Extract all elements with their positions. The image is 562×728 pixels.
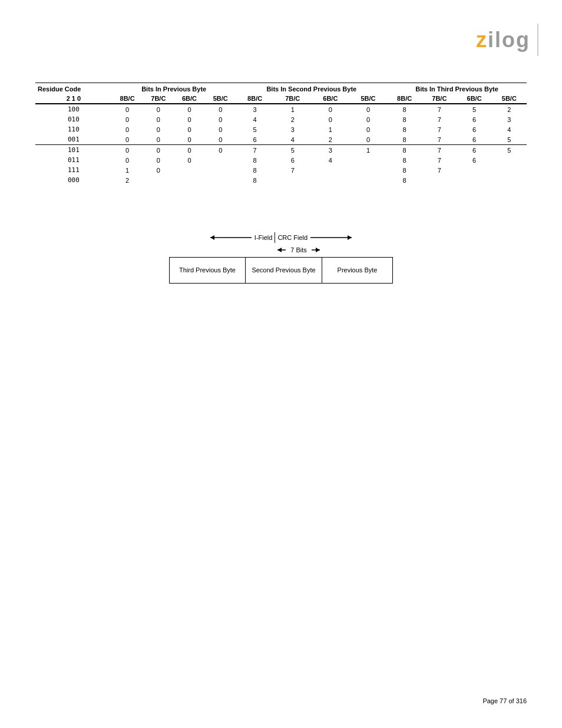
data-cell: 0 [174, 114, 205, 124]
data-cell: 0 [143, 134, 174, 145]
data-cell: 5 [236, 124, 274, 134]
data-cell [349, 165, 387, 175]
data-cell: 0 [143, 165, 174, 175]
data-cell [492, 165, 527, 175]
boxes-row: Third Previous Byte Second Previous Byte… [169, 257, 393, 284]
table-row: 111108787 [35, 165, 527, 175]
data-cell: 0 [112, 114, 143, 124]
data-cell: 7 [422, 155, 457, 165]
svg-marker-7 [316, 248, 320, 252]
second-col-7bc: 7B/C [274, 94, 312, 104]
residue-section-header: Residue Code [35, 83, 112, 94]
data-cell: 0 [112, 104, 143, 114]
data-cell: 7 [274, 165, 312, 175]
data-cell: 8 [387, 145, 422, 156]
i-field-label: I-Field [254, 234, 273, 241]
data-cell: 6 [274, 155, 312, 165]
left-arrow-icon [207, 233, 254, 242]
second-prev-box: Second Previous Byte [246, 257, 322, 284]
data-cell: 0 [349, 104, 387, 114]
data-cell: 0 [349, 134, 387, 145]
data-cell: 8 [387, 165, 422, 175]
data-cell: 5 [492, 134, 527, 145]
data-cell: 8 [387, 124, 422, 134]
arrows-row: I-Field CRC Field [157, 232, 405, 243]
logo-divider [537, 24, 538, 56]
data-cell [312, 175, 349, 185]
data-cell: 0 [174, 134, 205, 145]
data-cell: 2 [112, 175, 143, 185]
svg-marker-1 [210, 235, 214, 240]
table-row: 101000075318765 [35, 145, 527, 156]
residue-cell: 011 [35, 155, 112, 165]
data-cell: 7 [236, 145, 274, 156]
table-row: 010000042008763 [35, 114, 527, 124]
data-cell: 0 [143, 114, 174, 124]
data-cell: 7 [422, 104, 457, 114]
data-cell: 0 [143, 124, 174, 134]
data-cell [274, 175, 312, 185]
data-cell [349, 155, 387, 165]
data-cell: 0 [174, 104, 205, 114]
prev-box: Previous Byte [322, 257, 393, 284]
data-cell: 8 [236, 155, 274, 165]
prev-col-8bc: 8B/C [112, 94, 143, 104]
data-cell: 0 [112, 155, 143, 165]
residue-cell: 100 [35, 104, 112, 114]
data-cell: 0 [349, 124, 387, 134]
data-cell [174, 165, 205, 175]
data-cell: 5 [492, 145, 527, 156]
data-cell: 8 [236, 175, 274, 185]
data-cell: 1 [274, 104, 312, 114]
data-cell: 0 [112, 124, 143, 134]
data-cell: 8 [387, 155, 422, 165]
second-col-5bc: 5B/C [349, 94, 387, 104]
field-divider [275, 232, 275, 243]
third-col-7bc: 7B/C [422, 94, 457, 104]
third-prev-box: Third Previous Byte [169, 257, 246, 284]
data-cell: 0 [205, 114, 236, 124]
data-cell: 0 [205, 104, 236, 114]
residue-col-header: 2 1 0 [35, 94, 112, 104]
residue-cell: 110 [35, 124, 112, 134]
data-cell: 2 [492, 104, 527, 114]
seven-bits-row: 7 Bits [175, 245, 422, 255]
data-cell [205, 155, 236, 165]
data-cell: 4 [236, 114, 274, 124]
table-row: 001000064208765 [35, 134, 527, 145]
page-number: Page 77 of 316 [482, 697, 527, 704]
data-table: Residue Code Bits In Previous Byte Bits … [35, 83, 527, 185]
prev-col-5bc: 5B/C [205, 94, 236, 104]
crc-field-label: CRC Field [277, 234, 308, 241]
residue-cell: 010 [35, 114, 112, 124]
diagram-area: I-Field CRC Field 7 Bits [35, 232, 527, 284]
data-cell [492, 155, 527, 165]
data-cell: 7 [422, 145, 457, 156]
data-cell: 7 [422, 134, 457, 145]
third-col-8bc: 8B/C [387, 94, 422, 104]
col-header-row: 2 1 0 8B/C 7B/C 6B/C 5B/C 8B/C 7B/C 6B/C… [35, 94, 527, 104]
data-cell: 0 [312, 104, 349, 114]
data-cell: 7 [422, 114, 457, 124]
data-cell: 3 [492, 114, 527, 124]
table-row: 011000864876 [35, 155, 527, 165]
data-cell: 4 [492, 124, 527, 134]
data-cell [349, 175, 387, 185]
section-header-row: Residue Code Bits In Previous Byte Bits … [35, 83, 527, 94]
data-cell: 8 [387, 114, 422, 124]
data-cell [143, 175, 174, 185]
residue-cell: 101 [35, 145, 112, 156]
table-row: 000288 [35, 175, 527, 185]
data-cell: 0 [174, 145, 205, 156]
data-cell: 5 [274, 145, 312, 156]
data-cell: 0 [143, 145, 174, 156]
data-cell [422, 175, 457, 185]
bracket-right-icon [310, 245, 321, 255]
third-col-6bc: 6B/C [457, 94, 491, 104]
data-cell: 0 [205, 145, 236, 156]
logo-text: zilog [476, 28, 530, 52]
data-cell: 1 [312, 124, 349, 134]
data-cell: 4 [274, 134, 312, 145]
bits-prev-header: Bits In Previous Byte [112, 83, 236, 94]
data-cell: 6 [457, 124, 491, 134]
